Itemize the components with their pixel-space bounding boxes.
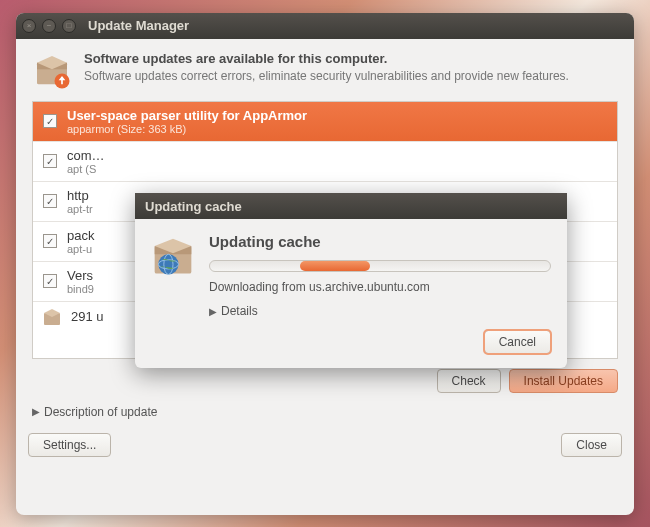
checkbox-icon[interactable]: ✓ (43, 154, 57, 168)
settings-button[interactable]: Settings... (28, 433, 111, 457)
minimize-window-button[interactable]: − (42, 19, 56, 33)
svg-point-6 (158, 254, 178, 274)
download-globe-icon (151, 235, 195, 279)
package-icon (43, 308, 61, 326)
update-title: com… (67, 148, 607, 163)
header-title: Software updates are available for this … (84, 51, 618, 66)
summary-text: 291 u (71, 309, 104, 324)
checkbox-icon[interactable]: ✓ (43, 194, 57, 208)
chevron-right-icon: ▶ (32, 406, 40, 417)
maximize-window-button[interactable]: □ (62, 19, 76, 33)
window-title: Update Manager (88, 18, 189, 33)
progress-bar (209, 260, 551, 272)
cancel-button[interactable]: Cancel (484, 330, 551, 354)
progress-fill (300, 261, 370, 271)
checkbox-icon[interactable]: ✓ (43, 234, 57, 248)
chevron-right-icon: ▶ (209, 306, 217, 317)
update-subtitle: apparmor (Size: 363 kB) (67, 123, 607, 135)
install-updates-button[interactable]: Install Updates (509, 369, 618, 393)
update-title: User-space parser utility for AppArmor (67, 108, 607, 123)
dialog-title: Updating cache (135, 193, 567, 219)
update-subtitle: apt (S (67, 163, 607, 175)
checkbox-icon[interactable]: ✓ (43, 274, 57, 288)
description-disclosure[interactable]: ▶ Description of update (16, 399, 634, 425)
package-update-icon (32, 51, 72, 91)
footer: Settings... Close (16, 425, 634, 467)
updating-cache-dialog: Updating cache Updating cache Downloadin… (135, 193, 567, 368)
details-label: Details (221, 304, 258, 318)
list-item[interactable]: ✓ User-space parser utility for AppArmor… (33, 102, 617, 142)
titlebar: × − □ Update Manager (16, 13, 634, 39)
checkbox-icon[interactable]: ✓ (43, 114, 57, 128)
close-window-button[interactable]: × (22, 19, 36, 33)
close-button[interactable]: Close (561, 433, 622, 457)
details-disclosure[interactable]: ▶ Details (209, 304, 551, 318)
status-text: Downloading from us.archive.ubuntu.com (209, 280, 551, 294)
header-subtitle: Software updates correct errors, elimina… (84, 69, 618, 85)
header: Software updates are available for this … (16, 39, 634, 101)
check-button[interactable]: Check (437, 369, 501, 393)
dialog-heading: Updating cache (209, 233, 551, 250)
list-item[interactable]: ✓ com… apt (S (33, 142, 617, 182)
disclosure-label: Description of update (44, 405, 157, 419)
